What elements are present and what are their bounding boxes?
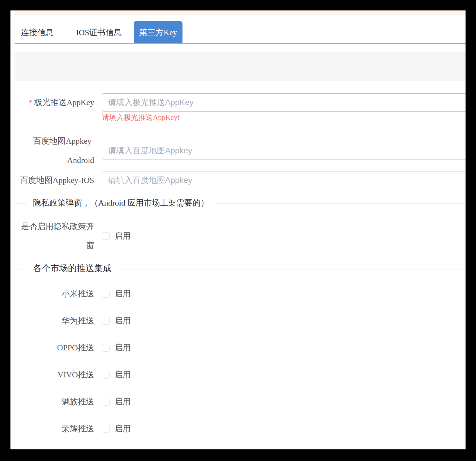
tab-underline <box>15 43 466 44</box>
privacy-section-title: 隐私政策弹窗，（Android 应用市场上架需要的） <box>26 197 216 208</box>
vivo-push-checkbox[interactable] <box>102 371 110 379</box>
oppo-push-checkbox-label[interactable]: 启用 <box>114 342 131 353</box>
jpush-appkey-label: *极光推送AppKey <box>10 93 94 111</box>
baidu-ios-label: 百度地图Appkey-IOS <box>10 171 94 189</box>
form-row-privacy-popup: 是否启用隐私政策弹 窗 启用 <box>10 217 466 255</box>
honor-push-checkbox-label[interactable]: 启用 <box>114 423 131 434</box>
vivo-push-checkbox-wrap[interactable]: 启用 <box>102 369 131 380</box>
form-row-honor-push: 荣耀推送 启用 <box>10 423 466 435</box>
tab-connection-info[interactable]: 连接信息 <box>21 27 53 38</box>
privacy-popup-checkbox-label[interactable]: 启用 <box>114 230 131 242</box>
form-row-baidu-ios: 百度地图Appkey-IOS <box>10 171 466 189</box>
huawei-push-checkbox-label[interactable]: 启用 <box>114 315 131 326</box>
oppo-push-checkbox-wrap[interactable]: 启用 <box>102 342 131 353</box>
form-row-meizu-push: 魅族推送 启用 <box>10 396 466 408</box>
settings-panel: 连接信息 IOS证书信息 第三方Key *极光推送AppKey 请填入极光推送A… <box>10 10 466 449</box>
meizu-push-checkbox-wrap[interactable]: 启用 <box>102 396 131 407</box>
oppo-push-checkbox[interactable] <box>102 344 110 352</box>
privacy-popup-checkbox-wrap[interactable]: 启用 <box>102 230 131 242</box>
tab-ios-cert-info[interactable]: IOS证书信息 <box>76 27 122 38</box>
form-row-jpush-appkey: *极光推送AppKey <box>10 93 466 111</box>
top-accent-bar <box>15 10 466 15</box>
huawei-push-checkbox-wrap[interactable]: 启用 <box>102 315 131 326</box>
oppo-push-label: OPPO推送 <box>10 342 94 353</box>
baidu-ios-input[interactable] <box>102 171 466 189</box>
form-row-xiaomi-push: 小米推送 启用 <box>10 288 466 300</box>
push-section-divider: 各个市场的推送集成 <box>15 265 466 273</box>
screen-frame: 连接信息 IOS证书信息 第三方Key *极光推送AppKey 请填入极光推送A… <box>0 0 476 461</box>
jpush-appkey-label-text: 极光推送AppKey <box>34 98 94 107</box>
huawei-push-checkbox[interactable] <box>102 317 110 325</box>
form-header-band <box>15 52 466 81</box>
honor-push-label: 荣耀推送 <box>10 423 94 434</box>
jpush-appkey-error-message: 请填入极光推送AppKey! <box>102 114 180 122</box>
form-row-baidu-android: 百度地图Appkey- Android <box>10 132 466 170</box>
privacy-popup-label: 是否启用隐私政策弹 窗 <box>10 217 94 255</box>
xiaomi-push-checkbox-label[interactable]: 启用 <box>114 288 131 299</box>
privacy-popup-checkbox[interactable] <box>102 232 110 240</box>
baidu-android-input[interactable] <box>102 142 466 160</box>
meizu-push-label: 魅族推送 <box>10 396 94 407</box>
huawei-push-label: 华为推送 <box>10 315 94 326</box>
push-section-title: 各个市场的推送集成 <box>26 262 119 274</box>
xiaomi-push-checkbox-wrap[interactable]: 启用 <box>102 288 131 299</box>
privacy-section-divider: 隐私政策弹窗，（Android 应用市场上架需要的） <box>15 200 466 208</box>
jpush-appkey-input[interactable] <box>102 93 466 111</box>
form-row-oppo-push: OPPO推送 启用 <box>10 342 466 354</box>
form-row-vivo-push: VIVO推送 启用 <box>10 369 466 381</box>
vivo-push-label: VIVO推送 <box>10 369 94 380</box>
vivo-push-checkbox-label[interactable]: 启用 <box>114 369 131 380</box>
honor-push-checkbox-wrap[interactable]: 启用 <box>102 423 131 434</box>
tab-third-party-key[interactable]: 第三方Key <box>134 21 182 44</box>
xiaomi-push-checkbox[interactable] <box>102 290 110 298</box>
form-row-huawei-push: 华为推送 启用 <box>10 315 466 327</box>
meizu-push-checkbox-label[interactable]: 启用 <box>114 396 131 407</box>
meizu-push-checkbox[interactable] <box>102 398 110 406</box>
required-asterisk: * <box>28 98 32 107</box>
xiaomi-push-label: 小米推送 <box>10 288 94 299</box>
honor-push-checkbox[interactable] <box>102 425 110 433</box>
baidu-android-label: 百度地图Appkey- Android <box>10 132 94 170</box>
